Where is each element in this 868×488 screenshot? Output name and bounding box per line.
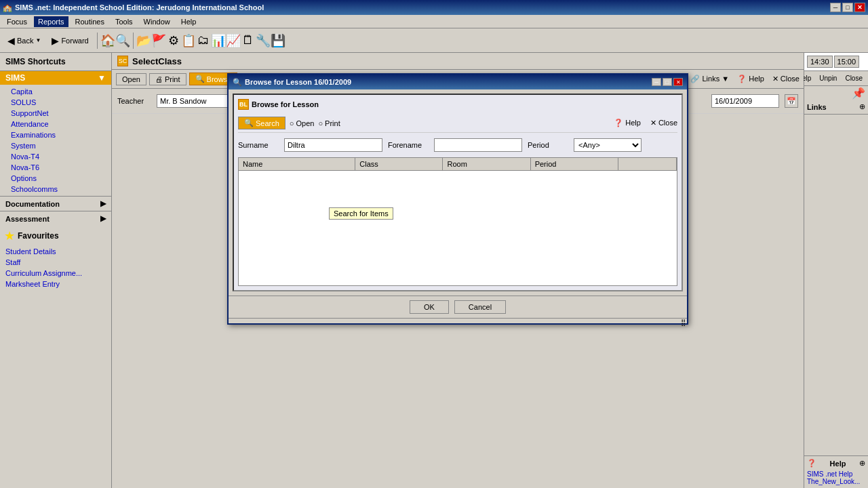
sidebar-item-examinations[interactable]: Examinations (0, 129, 111, 140)
toolbar-icon-7[interactable]: 🗂 (197, 34, 210, 47)
menu-reports[interactable]: Reports (34, 16, 68, 27)
forename-label: Forename (388, 141, 429, 149)
back-dropdown-icon[interactable]: ▼ (35, 37, 41, 43)
dialog-close[interactable]: ✕ (673, 78, 683, 86)
cancel-button[interactable]: Cancel (454, 300, 506, 314)
sims-expand-icon: ▼ (98, 73, 106, 83)
dialog-inner-icon: BL (238, 99, 249, 110)
back-label: Back (17, 37, 33, 45)
toolbar-icon-8[interactable]: 📊 (212, 34, 225, 47)
sidebar-item-system[interactable]: System (0, 140, 111, 151)
dialog-overlay: 🔍 Browse for Lesson 16/01/2009 ─ □ ✕ BL … (112, 53, 804, 488)
dialog-title-bar: 🔍 Browse for Lesson 16/01/2009 ─ □ ✕ (229, 75, 687, 89)
sidebar-item-capita[interactable]: Capita (0, 86, 111, 97)
toolbar-icon-4[interactable]: 🚩 (152, 34, 165, 47)
dialog-close-link[interactable]: ✕ Close (650, 119, 677, 127)
dialog-title-controls: ─ □ ✕ (652, 78, 683, 86)
forward-arrow-icon: ▶ (52, 35, 59, 46)
fav-student-details[interactable]: Student Details (0, 246, 111, 257)
browse-dialog: 🔍 Browse for Lesson 16/01/2009 ─ □ ✕ BL … (227, 73, 688, 325)
menu-routines[interactable]: Routines (71, 16, 108, 27)
fav-marksheet[interactable]: Marksheet Entry (0, 279, 111, 289)
toolbar-icon-5[interactable]: ⚙ (167, 34, 180, 47)
dialog-search-button[interactable]: 🔍 Search (238, 117, 285, 129)
toolbar-icon-11[interactable]: 🔧 (256, 34, 270, 47)
assessment-label: Assessment (5, 215, 50, 223)
unpin-button[interactable]: Unpin (816, 74, 840, 83)
right-spacer (804, 115, 868, 455)
sidebar-item-supportnet[interactable]: SupportNet (0, 108, 111, 119)
dialog-print-button[interactable]: ○ Print (318, 119, 340, 127)
assessment-section[interactable]: Assessment ▶ (0, 211, 111, 226)
toolbar-icon-1[interactable]: 🏠 (101, 34, 115, 47)
dialog-table-header: Name Class Room Period (238, 157, 677, 171)
links-header: Links ⊕ (807, 102, 865, 111)
surname-input[interactable] (284, 138, 382, 152)
documentation-section[interactable]: Documentation ▶ (0, 196, 111, 211)
help-panel: ❓ Help ⊕ SIMS .net Help The_New_Look... (804, 455, 868, 488)
menu-tools[interactable]: Tools (111, 16, 137, 27)
help-link-2[interactable]: The_New_Look... (807, 478, 865, 485)
help-expand-icon[interactable]: ⊕ (859, 459, 865, 468)
assessment-expand-icon: ▶ (100, 214, 106, 223)
sidebar-item-solus[interactable]: SOLUS (0, 97, 111, 108)
links-panel: Links ⊕ (804, 100, 868, 115)
dialog-open-button[interactable]: ○ Open (290, 119, 315, 127)
menu-window[interactable]: Window (140, 16, 174, 27)
forename-input[interactable] (434, 138, 522, 152)
app-icon: 🏫 (3, 3, 12, 12)
close-button[interactable]: ✕ (854, 3, 865, 12)
title-bar-left: 🏫 SIMS .net: Independent School Edition:… (3, 3, 264, 12)
back-button[interactable]: ◀ Back ▼ (3, 31, 45, 50)
dialog-inner: BL Browse for Lesson 🔍 Search ○ Open (233, 94, 683, 291)
toolbar-icon-6[interactable]: 📋 (182, 34, 195, 47)
dialog-inner-title: BL Browse for Lesson (238, 99, 677, 110)
sidebar-item-nova-t4[interactable]: Nova-T4 (0, 151, 111, 162)
toolbar-icon-3[interactable]: 📂 (137, 34, 151, 47)
sims-section[interactable]: SIMS ▼ (0, 71, 111, 85)
close-button-right[interactable]: Close (842, 74, 865, 83)
sidebar-item-attendance[interactable]: Attendance (0, 119, 111, 129)
toolbar-icon-9[interactable]: 📈 (226, 34, 240, 47)
sidebar-item-nova-t6[interactable]: Nova-T6 (0, 162, 111, 173)
ok-button[interactable]: OK (410, 300, 449, 314)
sidebar-title: SIMS Shortcuts (0, 53, 111, 71)
main-toolbar: ◀ Back ▼ ▶ Forward 🏠 🔍 📂 🚩 ⚙ 📋 🗂 📊 📈 🗒 🔧… (0, 28, 868, 53)
help-link-1[interactable]: SIMS .net Help (807, 470, 865, 478)
menu-help[interactable]: Help (177, 16, 201, 27)
resize-handle[interactable]: ⣿ (229, 318, 687, 323)
dialog-toolbar: 🔍 Search ○ Open ○ Print ❓ Help (238, 114, 677, 133)
dialog-title-label: Browse for Lesson 16/01/2009 (245, 78, 351, 86)
back-arrow-icon: ◀ (7, 35, 15, 46)
toolbar-icon-2[interactable]: 🔍 (116, 34, 130, 47)
dialog-minimize[interactable]: ─ (652, 78, 661, 86)
toolbar-icon-12[interactable]: 💾 (271, 34, 285, 47)
dialog-open-radio: ○ (290, 119, 294, 127)
links-expand-icon[interactable]: ⊕ (859, 102, 865, 111)
documentation-label: Documentation (5, 200, 60, 208)
minimize-button[interactable]: ─ (830, 3, 841, 12)
forward-button[interactable]: ▶ Forward (47, 31, 93, 50)
toolbar-icon-10[interactable]: 🗒 (241, 34, 255, 47)
sims-section-label: SIMS (5, 73, 25, 83)
menu-bar: Focus Reports Routines Tools Window Help (0, 15, 868, 28)
table-header-period: Period (531, 158, 618, 170)
dialog-search-icon: 🔍 (244, 119, 254, 127)
surname-label: Surname (238, 141, 279, 149)
maximize-button[interactable]: □ (842, 3, 853, 12)
app-title: SIMS .net: Independent School Edition: J… (15, 3, 264, 12)
dialog-maximize[interactable]: □ (663, 78, 672, 86)
title-bar: 🏫 SIMS .net: Independent School Edition:… (0, 0, 868, 15)
sidebar-item-schoolcomms[interactable]: Schoolcomms (0, 184, 111, 195)
search-tooltip: Search for Items (329, 207, 393, 220)
fav-curriculum[interactable]: Curriculum Assignme... (0, 268, 111, 279)
content-area: SC SelectClass Open 🖨 Print 🔍 Browse 🔗 L… (112, 53, 804, 488)
period-select[interactable]: <Any> Period 1 Period 2 Period 3 (574, 138, 642, 152)
dialog-help-link[interactable]: ❓ Help (614, 119, 641, 127)
sidebar-item-options[interactable]: Options (0, 173, 111, 184)
dialog-footer: OK Cancel (229, 296, 687, 318)
menu-focus[interactable]: Focus (3, 16, 31, 27)
fav-staff[interactable]: Staff (0, 257, 111, 268)
table-header-name: Name (239, 158, 355, 170)
table-header-extra (618, 158, 677, 170)
